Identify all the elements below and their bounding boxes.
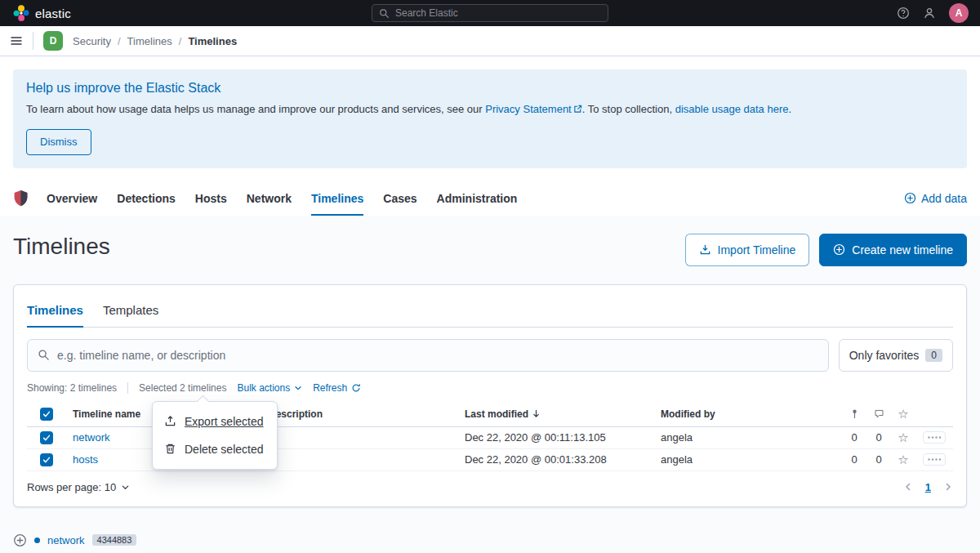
page-title: Timelines <box>13 234 110 260</box>
tab-detections[interactable]: Detections <box>117 181 176 216</box>
refresh-label: Refresh <box>313 382 347 394</box>
row-actions-button[interactable] <box>923 453 946 466</box>
dismiss-button[interactable]: Dismiss <box>26 129 91 155</box>
favorites-count-badge: 0 <box>925 349 942 362</box>
tab-administration[interactable]: Administration <box>437 181 518 216</box>
tab-hosts[interactable]: Hosts <box>195 181 227 216</box>
global-search[interactable] <box>372 4 608 22</box>
timeline-bottom-bar: network 4344883 <box>0 527 980 553</box>
main-content: Timelines Import Timeline Create new tim… <box>0 216 980 545</box>
previous-page-icon[interactable] <box>903 482 913 492</box>
rows-per-page-label: Rows per page: 10 <box>27 481 116 493</box>
bulk-actions-popover: Export selected Delete selected <box>152 401 278 470</box>
export-icon <box>164 415 176 427</box>
plus-circle-icon <box>833 243 845 256</box>
callout-text: . <box>788 103 791 115</box>
comment-count: 0 <box>866 453 891 466</box>
panel-tab-timelines[interactable]: Timelines <box>27 298 83 327</box>
breadcrumb-item-timelines[interactable]: Timelines <box>127 35 172 47</box>
panel-tab-templates[interactable]: Templates <box>103 298 158 327</box>
help-icon[interactable] <box>897 7 910 20</box>
pin-count: 0 <box>842 453 866 466</box>
timeline-last-modified: Dec 22, 2020 @ 00:01:33.208 <box>458 453 654 466</box>
menu-hamburger-icon[interactable] <box>10 34 23 47</box>
tab-overview[interactable]: Overview <box>47 181 97 216</box>
external-link-icon <box>573 105 582 114</box>
favorite-column-icon: ☆ <box>891 408 915 420</box>
row-checkbox[interactable] <box>40 453 53 466</box>
timeline-modified-by: angela <box>654 431 842 444</box>
disable-usage-data-link[interactable]: disable usage data here <box>675 103 789 115</box>
refresh-button[interactable]: Refresh <box>313 382 361 394</box>
page-actions: Import Timeline Create new timeline <box>685 234 967 266</box>
header-right-section: A <box>897 3 972 23</box>
add-timeline-icon[interactable] <box>13 533 27 547</box>
global-search-input[interactable] <box>395 7 601 19</box>
tab-cases[interactable]: Cases <box>383 181 416 216</box>
user-settings-icon[interactable] <box>923 7 936 20</box>
space-avatar[interactable]: D <box>43 31 63 51</box>
divider <box>127 382 128 394</box>
export-selected-menu-item[interactable]: Export selected <box>153 408 277 435</box>
callout-text: To learn about how usage data helps us m… <box>26 103 485 115</box>
timeline-search[interactable] <box>27 339 829 372</box>
rows-per-page-button[interactable]: Rows per page: 10 <box>27 481 130 493</box>
elastic-home-button[interactable]: elastic <box>8 5 76 21</box>
search-icon <box>38 349 50 361</box>
timeline-search-input[interactable] <box>57 349 818 362</box>
add-data-button[interactable]: Add data <box>904 192 967 205</box>
selected-count-text: Selected 2 timelines <box>139 382 226 394</box>
comment-count: 0 <box>866 431 891 444</box>
timeline-status-dot-icon <box>34 537 40 543</box>
divider <box>33 32 33 50</box>
breadcrumb-item-current: Timelines <box>188 35 237 47</box>
favorite-star-button[interactable]: ☆ <box>891 453 915 466</box>
favorite-star-button[interactable]: ☆ <box>891 431 915 444</box>
import-timeline-button[interactable]: Import Timeline <box>685 234 810 266</box>
add-data-label: Add data <box>921 192 967 205</box>
brand-name: elastic <box>35 7 71 20</box>
security-nav-tabs: Overview Detections Hosts Network Timeli… <box>47 181 517 216</box>
breadcrumb: Security / Timelines / Timelines <box>73 35 237 47</box>
chevron-down-icon <box>294 384 302 392</box>
comment-column-icon <box>866 408 891 419</box>
search-row: Only favorites 0 <box>27 339 953 372</box>
last-modified-label: Last modified <box>465 408 528 420</box>
timeline-events-count-badge: 4344883 <box>92 534 137 546</box>
telemetry-callout: Help us improve the Elastic Stack To lea… <box>13 69 967 168</box>
delete-selected-label: Delete selected <box>185 443 264 456</box>
timelines-panel: Timelines Templates Only favorites 0 Sho… <box>13 284 967 507</box>
panel-tabs: Timelines Templates <box>27 298 953 328</box>
open-timeline-button[interactable]: network <box>47 534 85 546</box>
sort-descending-icon <box>532 409 541 418</box>
refresh-icon <box>351 383 361 393</box>
timeline-last-modified: Dec 22, 2020 @ 00:11:13.105 <box>458 431 654 444</box>
column-header-modified-by[interactable]: Modified by <box>654 408 842 420</box>
privacy-statement-link[interactable]: Privacy Statement <box>485 103 572 115</box>
callout-body: To learn about how usage data helps us m… <box>26 102 954 118</box>
column-header-description[interactable]: Description <box>262 408 458 420</box>
page-number-button[interactable]: 1 <box>925 481 931 493</box>
create-new-timeline-button[interactable]: Create new timeline <box>819 234 967 266</box>
pin-count: 0 <box>842 431 866 444</box>
timeline-modified-by: angela <box>654 453 842 466</box>
next-page-icon[interactable] <box>943 482 953 492</box>
tab-timelines[interactable]: Timelines <box>311 181 363 216</box>
select-all-checkbox[interactable] <box>40 408 53 421</box>
tab-network[interactable]: Network <box>247 181 292 216</box>
row-checkbox[interactable] <box>40 431 53 444</box>
breadcrumb-item-security[interactable]: Security <box>73 35 111 47</box>
callout-title: Help us improve the Elastic Stack <box>26 81 954 96</box>
breadcrumb-separator: / <box>118 35 121 47</box>
pagination: 1 <box>903 481 953 493</box>
column-header-last-modified[interactable]: Last modified <box>458 408 654 420</box>
only-favorites-label: Only favorites <box>849 349 920 362</box>
security-app-icon <box>13 190 29 207</box>
pin-column-icon <box>842 408 866 419</box>
create-new-timeline-label: Create new timeline <box>852 243 953 256</box>
delete-selected-menu-item[interactable]: Delete selected <box>153 435 277 463</box>
only-favorites-filter[interactable]: Only favorites 0 <box>839 339 953 372</box>
user-avatar[interactable]: A <box>949 3 969 23</box>
row-actions-button[interactable] <box>923 431 946 444</box>
bulk-actions-button[interactable]: Bulk actions <box>237 382 302 394</box>
